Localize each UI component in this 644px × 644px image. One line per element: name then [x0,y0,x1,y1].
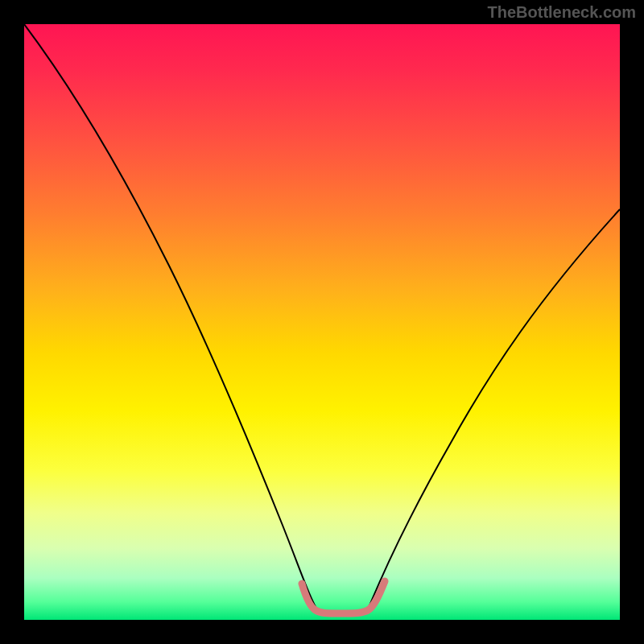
bottleneck-chart [24,24,620,620]
watermark-text: TheBottleneck.com [488,3,636,22]
bottleneck-curve-line [24,24,620,612]
